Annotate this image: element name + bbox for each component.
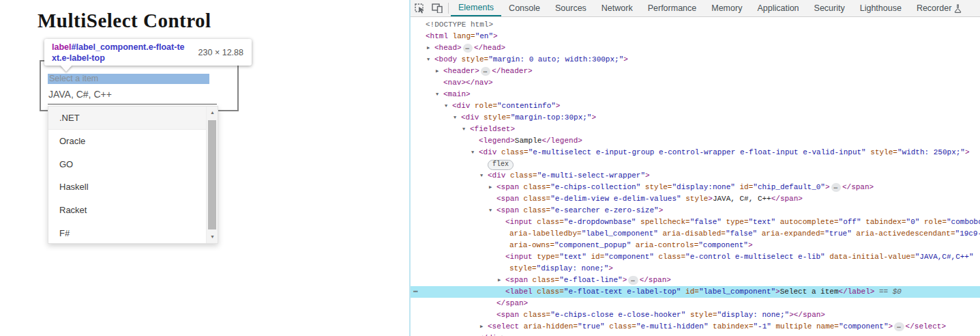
devtools-tabs: ElementsConsoleSourcesNetworkPerformance… (451, 0, 969, 16)
devtools-node[interactable]: ▼<div class="e-multiselect e-input-group… (411, 147, 980, 158)
page-title: MultiSelect Control (38, 10, 211, 32)
devtools-node[interactable]: ▶<select aria-hidden="true" class="e-mul… (411, 321, 980, 333)
dropdown-item[interactable]: Oracle (48, 130, 218, 153)
devtools-node[interactable]: <html lang="en"> (411, 31, 980, 42)
scroll-up-icon[interactable]: ▲ (207, 108, 218, 117)
collapse-arrow-icon[interactable]: ▼ (480, 170, 483, 182)
tab-sources[interactable]: Sources (548, 0, 594, 16)
tab-application[interactable]: Application (749, 0, 806, 16)
code-token: > (608, 264, 613, 272)
collapse-arrow-icon[interactable]: ▼ (489, 205, 492, 216)
code-token: "e-chips-collection" (550, 183, 640, 191)
devtools-node[interactable]: ▼<span class="e-searcher e-zero-size"> (411, 205, 980, 216)
dropdown-item[interactable]: Racket (48, 199, 218, 222)
devtools-node[interactable]: ▼<div style="margin-top:30px;"> (411, 112, 980, 124)
devtools-node[interactable]: <nav></nav> (411, 77, 980, 89)
code-token: spellcheck= (636, 218, 689, 226)
devtools-node[interactable]: ▼<main> (411, 89, 980, 100)
code-token: <main> (443, 90, 471, 98)
code-token: </header> (492, 67, 532, 75)
expand-arrow-icon[interactable]: ▶ (436, 66, 439, 77)
devtools-node[interactable]: ▶<head>…</head> (411, 42, 980, 54)
devtools-node[interactable]: ▼<fieldset> (411, 124, 980, 135)
devtools-node[interactable]: <input type="text" id="component" class=… (411, 251, 980, 263)
expand-arrow-icon[interactable]: ▶ (480, 321, 483, 333)
dropdown-item[interactable]: F# (48, 221, 218, 244)
tab-performance[interactable]: Performance (640, 0, 704, 16)
devtools-node[interactable]: <input class="e-dropdownbase" spellcheck… (411, 216, 980, 228)
expand-arrow-icon[interactable]: ▶ (498, 275, 501, 286)
code-token: "e-control e-multiselect e-lib" (685, 253, 825, 261)
dropdown-item[interactable]: .NET (48, 107, 218, 130)
code-token: style= (685, 311, 717, 319)
code-token: "margin-top:30px;" (511, 113, 592, 122)
devtools-selected-node[interactable]: ⋯<label class="e-float-text e-label-top"… (411, 286, 980, 298)
devtools-node[interactable]: ▶<span class="e-chips-collection" style=… (411, 182, 980, 193)
devtools-node[interactable]: style="display: none;"> (411, 263, 980, 275)
code-token: "true" (825, 229, 852, 238)
code-token: </span> (842, 183, 874, 191)
devtools-node[interactable]: <span class="e-chips-close e-close-hooke… (411, 309, 980, 321)
tab-security[interactable]: Security (807, 0, 852, 16)
devtools-node[interactable]: <!DOCTYPE html> (411, 19, 980, 31)
collapse-arrow-icon[interactable]: ▼ (436, 89, 439, 100)
devtools-node[interactable]: </div> (411, 333, 980, 336)
tab-label: Application (757, 3, 799, 13)
code-token: "e-chips-close e-close-hooker" (550, 311, 685, 319)
devtools-node[interactable]: aria-owns="component_popup" aria-control… (411, 240, 980, 251)
devtools-node[interactable]: <span class="e-delim-view e-delim-values… (411, 193, 980, 205)
code-token: "display: none;" (717, 311, 790, 319)
expand-inline-icon[interactable]: … (481, 67, 490, 76)
code-token: "component" (839, 322, 889, 331)
tab-elements[interactable]: Elements (451, 0, 501, 16)
flex-badge[interactable]: flex (488, 160, 514, 170)
expand-inline-icon[interactable]: … (628, 276, 638, 285)
tab-console[interactable]: Console (501, 0, 548, 16)
collapse-arrow-icon[interactable]: ▼ (427, 54, 430, 66)
code-token: <label (505, 288, 533, 296)
expand-arrow-icon[interactable]: ▶ (489, 182, 492, 193)
inspect-element-icon[interactable] (411, 0, 428, 16)
code-token: "display:none" (672, 183, 734, 191)
expand-inline-icon[interactable]: … (463, 44, 473, 53)
code-token: "false" (690, 218, 722, 226)
collapse-arrow-icon[interactable]: ▼ (462, 124, 465, 135)
node-menu-icon[interactable]: ⋯ (413, 286, 419, 298)
multiselect-float-label[interactable]: Select a item (48, 74, 209, 84)
devtools-node[interactable]: ▶<header>…</header> (411, 66, 980, 77)
tab-lighthouse[interactable]: Lighthouse (852, 0, 909, 16)
collapse-arrow-icon[interactable]: ▼ (471, 147, 474, 158)
browser-page: MultiSelect Control Select a item JAVA, … (0, 0, 409, 336)
devtools-node[interactable]: <legend>Sample</legend> (411, 135, 980, 147)
devtools-node[interactable]: flex (411, 158, 980, 170)
expand-arrow-icon[interactable]: ▶ (427, 42, 430, 54)
code-token: </span> (640, 276, 671, 284)
devtools-node[interactable]: ▶<span class="e-float-line">…</span> (411, 275, 980, 286)
dropdown-item[interactable]: GO (48, 152, 218, 176)
devtools-node[interactable]: aria-labelledby="label_component" aria-d… (411, 228, 980, 240)
collapse-arrow-icon[interactable]: ▼ (445, 100, 447, 112)
code-token: <html (426, 32, 448, 40)
expand-inline-icon[interactable]: … (894, 322, 904, 331)
devtools-node[interactable]: ▼<div class="e-multi-select-wrapper"> (411, 170, 980, 182)
device-toolbar-icon[interactable] (428, 0, 446, 16)
tab-network[interactable]: Network (594, 0, 640, 16)
code-token: </span> (771, 195, 803, 203)
collapse-arrow-icon[interactable]: ▼ (454, 112, 456, 124)
scroll-down-icon[interactable]: ▼ (207, 232, 218, 242)
code-token: "component_popup" (554, 241, 631, 249)
tab-recorder[interactable]: Recorder (909, 0, 969, 16)
code-token: "off" (839, 218, 861, 226)
scrollbar-thumb[interactable] (208, 120, 216, 229)
expand-inline-icon[interactable]: … (831, 183, 841, 192)
code-token: id= (681, 288, 698, 296)
dropdown-scrollbar[interactable]: ▲ ▼ (206, 107, 218, 243)
multiselect-value[interactable]: JAVA, C#, C++ (48, 89, 112, 100)
dropdown-item[interactable]: Haskell (48, 176, 218, 199)
code-token: > (493, 32, 498, 40)
tab-memory[interactable]: Memory (704, 0, 749, 16)
devtools-node[interactable]: ▼<body style="margin: 0 auto; width:300p… (411, 54, 980, 66)
code-token: "-1" (754, 322, 771, 331)
devtools-node[interactable]: </span> (411, 298, 980, 309)
devtools-node[interactable]: ▼<div role="contentinfo"> (411, 100, 980, 112)
